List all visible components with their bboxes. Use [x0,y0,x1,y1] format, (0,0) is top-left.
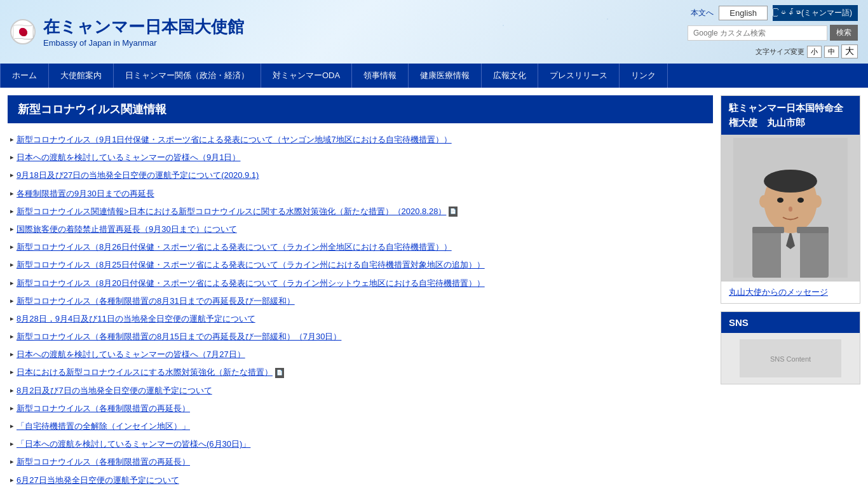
list-item: ▸6月27日当地発全日空便の運航予定について [10,471,710,488]
list-item: ▸「日本への渡航を検討しているミャンマーの皆様へ(6月30日)」 [10,435,710,453]
font-size-medium-button[interactable]: 中 [824,46,839,58]
news-link-10[interactable]: 8月28日，9月4日及び11日の当地発全日空便の運航予定について [17,313,255,325]
nav-item-1[interactable]: 大使館案内 [49,64,114,88]
list-arrow-icon: ▸ [10,189,14,198]
list-item: ▸「自宅待機措置の全解除（インセイン地区）」 [10,417,710,435]
header: 🇯🇵 在ミャンマー日本国大使館 Embassy of Japan in Myan… [0,0,868,64]
list-arrow-icon: ▸ [10,153,14,161]
ambassador-message-link[interactable]: 丸山大使からのメッセージ [721,281,860,303]
list-arrow-icon: ▸ [10,368,14,376]
document-icon: 📄 [449,207,458,217]
list-item: ▸日本への渡航を検討しているミャンマーの皆様へ（7月27日） [10,346,710,363]
news-link-9[interactable]: 新型コロナウイルス（各種制限措置の8月31日までの再延長及び一部緩和） [17,295,295,307]
news-link-1[interactable]: 日本への渡航を検討しているミャンマーの皆様へ（9月1日） [17,152,240,163]
list-arrow-icon: ▸ [10,261,14,269]
list-arrow-icon: ▸ [10,315,14,323]
search-row: 検索 [688,25,858,41]
font-size-small-button[interactable]: 小 [807,46,822,58]
document-icon: 📄 [275,368,284,378]
nav-item-4[interactable]: 領事情報 [352,64,409,88]
section-header: 新型コロナウイルス関連情報 [8,95,713,123]
list-item: ▸新型コロナウイルス（8月25日付保健・スポーツ省による発表について（ラカイン州… [10,256,710,274]
list-item: ▸8月28日，9月4日及び11日の当地発全日空便の運航予定について [10,310,710,328]
list-arrow-icon: ▸ [10,386,14,395]
news-link-11[interactable]: 新型コロナウイルス（各種制限措置の8月15日までの再延長及び一部緩和）（7月30… [17,331,341,342]
search-input[interactable] [688,25,827,41]
sns-image-placeholder: SNS Content [740,339,841,377]
list-arrow-icon: ▸ [10,440,14,448]
english-button[interactable]: English [719,6,768,20]
news-link-5[interactable]: 国際旅客便の着陸禁止措置再延長（9月30日まで）について [17,224,237,235]
news-link-13[interactable]: 日本における新型コロナウイルスにする水際対策強化（新たな措置）📄 [17,367,284,378]
news-link-18[interactable]: 新型コロナウイルス（各種制限措置の再延長） [17,456,190,468]
list-arrow-icon: ▸ [10,458,14,466]
news-link-19[interactable]: 6月27日当地発全日空便の運航予定について [17,475,179,486]
news-link-6[interactable]: 新型コロナウイルス（8月26日付保健・スポーツ省による発表について（ラカイン州全… [17,241,452,253]
news-link-8[interactable]: 新型コロナウイルス（8月20日付保健・スポーツ省による発表について（ラカイン州シ… [17,278,485,289]
nav-item-7[interactable]: プレスリリース [538,64,620,88]
nav-item-0[interactable]: ホーム [0,64,49,88]
font-size-large-button[interactable]: 大 [841,44,858,58]
svg-point-8 [789,207,792,212]
honbun-link[interactable]: 本文へ [691,8,714,18]
list-item: ▸新型コロナウイルス（各種制限措置の再延長） [10,453,710,471]
list-item: ▸新型コロナウイルス（各種制限措置の8月31日までの再延長及び一部緩和） [10,292,710,310]
nav-item-8[interactable]: リンク [620,64,668,88]
list-item: ▸新型コロナウイルス（9月1日付保健・スポーツ省による発表について（ヤンゴン地域… [10,131,710,149]
japan-flag-icon: 🇯🇵 [10,19,36,44]
nav-item-2[interactable]: 日ミャンマー関係（政治・経済） [114,64,261,88]
news-link-0[interactable]: 新型コロナウイルス（9月1日付保健・スポーツ省による発表について（ヤンゴン地域7… [17,134,452,146]
news-link-16[interactable]: 「自宅待機措置の全解除（インセイン地区）」 [17,421,190,432]
list-item: ▸日本への渡航を検討しているミャンマーの皆様へ（9月1日） [10,149,710,166]
header-left: 🇯🇵 在ミャンマー日本国大使館 Embassy of Japan in Myan… [10,16,244,48]
header-right: 本文へ English မြန်မာ(ミャンマー語) 検索 文字サイズ変更 小 … [688,5,858,58]
news-link-4[interactable]: 新型コロナウイルス関連情報>日本における新型コロナウイルスに関する水際対策強化（… [17,206,458,217]
svg-point-6 [777,198,783,203]
ambassador-photo-svg [733,138,848,278]
sns-header: SNS [721,312,860,333]
svg-point-9 [759,195,768,208]
svg-rect-12 [797,227,829,233]
list-arrow-icon: ▸ [10,279,14,287]
list-item: ▸日本における新型コロナウイルスにする水際対策強化（新たな措置）📄 [10,363,710,381]
svg-point-10 [813,195,822,208]
news-link-12[interactable]: 日本への渡航を検討しているミャンマーの皆様へ（7月27日） [17,349,245,360]
font-size-label: 文字サイズ変更 [756,47,804,57]
nav-item-5[interactable]: 健康医療情報 [409,64,482,88]
list-arrow-icon: ▸ [10,404,14,412]
svg-point-5 [764,170,817,193]
list-arrow-icon: ▸ [10,332,14,341]
search-button[interactable]: 検索 [830,25,858,41]
list-arrow-icon: ▸ [10,422,14,430]
list-item: ▸新型コロナウイルス（各種制限措置の8月15日までの再延長及び一部緩和）（7月3… [10,328,710,346]
list-arrow-icon: ▸ [10,476,14,484]
list-item: ▸8月2日及び7日の当地発全日空便の運航予定について [10,382,710,400]
list-item: ▸新型コロナウイルス（各種制限措置の再延長） [10,400,710,417]
news-link-7[interactable]: 新型コロナウイルス（8月25日付保健・スポーツ省による発表について（ラカイン州に… [17,259,485,271]
content-area: 新型コロナウイルス関連情報 ▸新型コロナウイルス（9月1日付保健・スポーツ省によ… [8,95,713,488]
myanmar-button[interactable]: မြန်မာ(ミャンマー語) [773,5,858,21]
embassy-title-english: Embassy of Japan in Myanmar [43,38,244,48]
news-link-3[interactable]: 各種制限措置の9月30日までの再延長 [17,188,154,200]
news-link-2[interactable]: 9月18日及び27日の当地発全日空便の運航予定について(2020.9.1) [17,170,259,181]
language-row: 本文へ English မြန်မာ(ミャンマー語) [691,5,858,21]
embassy-title-japanese: 在ミャンマー日本国大使館 [43,16,244,38]
list-item: ▸新型コロナウイルス（8月20日付保健・スポーツ省による発表について（ラカイン州… [10,274,710,292]
nav-item-3[interactable]: 対ミャンマーODA [261,64,352,88]
embassy-titles: 在ミャンマー日本国大使館 Embassy of Japan in Myanmar [43,16,244,48]
list-item: ▸国際旅客便の着陸禁止措置再延長（9月30日まで）について [10,220,710,238]
list-arrow-icon: ▸ [10,171,14,179]
news-list: ▸新型コロナウイルス（9月1日付保健・スポーツ省による発表について（ヤンゴン地域… [8,131,713,488]
font-size-row: 文字サイズ変更 小 中 大 [756,44,858,58]
news-link-17[interactable]: 「日本への渡航を検討しているミャンマーの皆様へ(6月30日)」 [17,438,250,450]
svg-text:SNS Content: SNS Content [770,355,811,363]
news-link-14[interactable]: 8月2日及び7日の当地発全日空便の運航予定について [17,385,212,396]
sns-content: SNS Content [721,333,860,384]
ambassador-header: 駐ミャンマー日本国特命全権大使 丸山市郎 [721,96,860,135]
list-item: ▸9月18日及び27日の当地発全日空便の運航予定について(2020.9.1) [10,166,710,184]
list-arrow-icon: ▸ [10,225,14,233]
ambassador-photo [721,135,860,281]
list-arrow-icon: ▸ [10,207,14,215]
nav-item-6[interactable]: 広報文化 [482,64,538,88]
news-link-15[interactable]: 新型コロナウイルス（各種制限措置の再延長） [17,403,190,414]
